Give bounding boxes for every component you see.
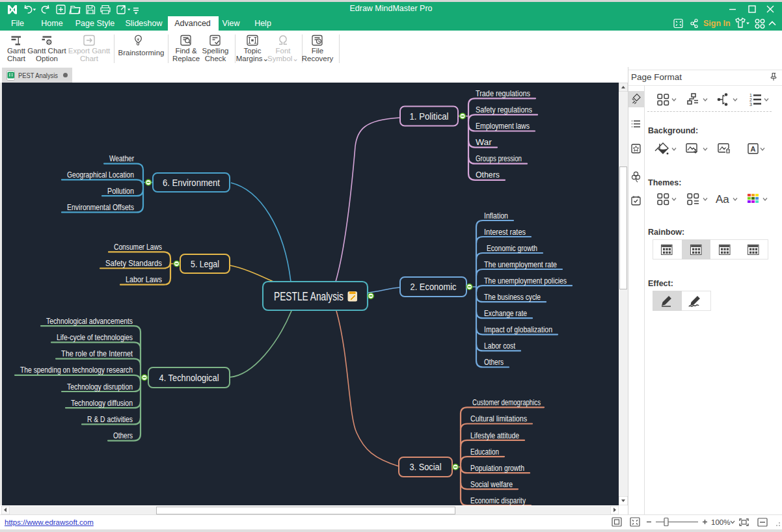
- svg-text:Interest rates: Interest rates: [484, 227, 526, 237]
- svg-text:Environmental Offsets: Environmental Offsets: [67, 202, 134, 212]
- svg-text:Safety Standards: Safety Standards: [105, 258, 162, 268]
- svg-text:Others: Others: [476, 170, 500, 180]
- svg-text:Exchange rate: Exchange rate: [484, 308, 527, 318]
- svg-text:Others: Others: [484, 357, 504, 367]
- svg-text:Labor cost: Labor cost: [484, 341, 515, 351]
- svg-text:Employment laws: Employment laws: [476, 121, 530, 131]
- svg-text:The business cycle: The business cycle: [484, 292, 541, 302]
- svg-text:Safety regulations: Safety regulations: [476, 105, 532, 114]
- svg-text:Impact of globalization: Impact of globalization: [484, 325, 552, 334]
- svg-text:Economic growth: Economic growth: [487, 243, 537, 253]
- svg-text:Customer demographics: Customer demographics: [472, 397, 541, 407]
- svg-text:Trade regulations: Trade regulations: [476, 88, 530, 98]
- svg-text:Education: Education: [470, 447, 499, 457]
- svg-text:4. Technological: 4. Technological: [159, 372, 219, 383]
- svg-text:Weather: Weather: [109, 153, 135, 163]
- svg-text:Economic disparity: Economic disparity: [470, 496, 526, 505]
- svg-text:A: A: [751, 145, 756, 153]
- svg-text:Cultural limitations: Cultural limitations: [470, 414, 527, 423]
- svg-text:PESTLE Analysis: PESTLE Analysis: [274, 290, 344, 303]
- svg-text:1. Political: 1. Political: [410, 111, 449, 122]
- svg-text:6. Environment: 6. Environment: [163, 177, 221, 188]
- svg-text:R & D activities: R & D activities: [87, 414, 133, 424]
- svg-text:3: 3: [749, 102, 752, 107]
- svg-text:1: 1: [749, 93, 752, 98]
- svg-text:3. Social: 3. Social: [410, 461, 442, 472]
- svg-text:2. Economic: 2. Economic: [411, 281, 457, 292]
- svg-text:Life-cycle of technologies: Life-cycle of technologies: [57, 332, 133, 342]
- svg-text:War: War: [476, 137, 492, 147]
- svg-text:Pollution: Pollution: [107, 186, 134, 196]
- svg-text:Consumer Laws: Consumer Laws: [114, 242, 162, 252]
- svg-text:5. Legal: 5. Legal: [191, 258, 219, 269]
- svg-text:Social welfare: Social welfare: [470, 479, 513, 489]
- svg-text:The unemployment policies: The unemployment policies: [484, 276, 567, 286]
- svg-text:The spending on technology res: The spending on technology research: [20, 365, 133, 375]
- svg-text:Geographical Location: Geographical Location: [67, 170, 134, 180]
- svg-text:Inflation: Inflation: [484, 211, 508, 220]
- svg-text:Others: Others: [113, 431, 133, 440]
- svg-text:Technology diffusion: Technology diffusion: [71, 398, 133, 408]
- svg-text:Aa: Aa: [716, 193, 729, 206]
- svg-text:PEST Analysis: PEST Analysis: [18, 72, 58, 79]
- svg-text:100%: 100%: [711, 518, 730, 526]
- svg-text:The unemployment rate: The unemployment rate: [484, 259, 557, 269]
- svg-text:Labor Laws: Labor Laws: [126, 274, 162, 284]
- svg-text:Technology disruption: Technology disruption: [67, 382, 133, 392]
- svg-text:Lifestyle attitude: Lifestyle attitude: [470, 431, 519, 440]
- svg-text:The role of the Internet: The role of the Internet: [61, 349, 133, 358]
- svg-text:Population growth: Population growth: [470, 463, 524, 473]
- svg-text:Technological advancements: Technological advancements: [46, 316, 133, 326]
- svg-text:Groups pression: Groups pression: [476, 153, 522, 163]
- svg-text:2: 2: [749, 98, 752, 102]
